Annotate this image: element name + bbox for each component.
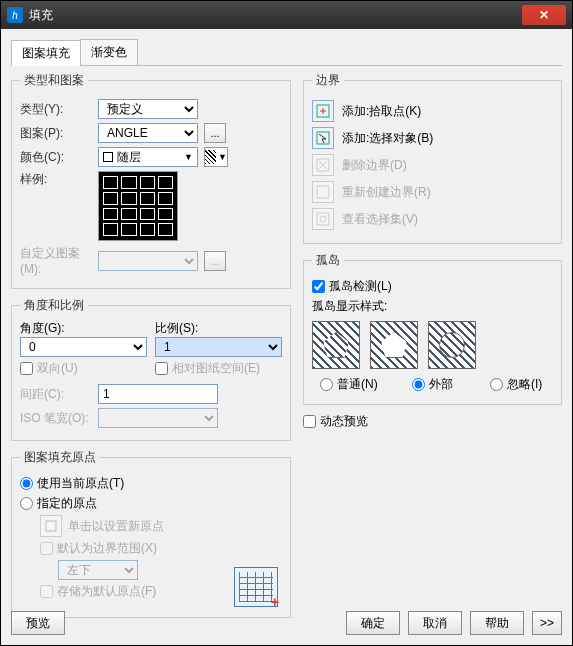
checkbox-relative-paper[interactable] [155, 362, 168, 375]
chevron-down-icon: ▼ [184, 152, 193, 162]
select-object-icon[interactable] [312, 127, 334, 149]
island-style-outer[interactable] [370, 321, 418, 369]
titlebar[interactable]: h 填充 ✕ [1, 1, 572, 29]
recreate-boundary-icon [312, 181, 334, 203]
chevron-down-icon: ▼ [218, 152, 227, 162]
app-icon: h [7, 7, 23, 23]
label-color: 颜色(C): [20, 149, 92, 166]
label-view-selection: 查看选择集(V) [342, 211, 418, 228]
cancel-button[interactable]: 取消 [408, 611, 462, 635]
svg-rect-4 [317, 132, 329, 144]
label-spacing: 间距(C): [20, 386, 92, 403]
radio-island-normal[interactable] [320, 378, 333, 391]
footer: 预览 确定 取消 帮助 >> [11, 611, 562, 635]
checkbox-island-detect[interactable] [312, 280, 325, 293]
label-island-style: 孤岛显示样式: [312, 298, 553, 315]
select-pattern[interactable]: ANGLE [98, 123, 198, 143]
group-type-pattern: 类型和图案 类型(Y): 预定义 图案(P): ANGLE ... 颜色(C): [11, 72, 291, 289]
select-type[interactable]: 预定义 [98, 99, 198, 119]
ok-button[interactable]: 确定 [346, 611, 400, 635]
group-angle-scale: 角度和比例 角度(G): 0 比例(S): 1 双向(U) 相对图纸空 [11, 297, 291, 441]
radio-specified-origin[interactable] [20, 497, 33, 510]
label-add-select-object[interactable]: 添加:选择对象(B) [342, 130, 433, 147]
label-store-default: 存储为默认原点(F) [57, 583, 156, 600]
hatch-icon [205, 150, 216, 164]
label-add-pick-point[interactable]: 添加:拾取点(K) [342, 103, 421, 120]
legend-islands: 孤岛 [312, 252, 344, 269]
legend-type-pattern: 类型和图案 [20, 72, 88, 89]
legend-angle-scale: 角度和比例 [20, 297, 88, 314]
select-scale[interactable]: 1 [155, 337, 282, 357]
label-pattern: 图案(P): [20, 125, 92, 142]
window-title: 填充 [29, 7, 522, 24]
client-area: 图案填充 渐变色 类型和图案 类型(Y): 预定义 图案(P): ANGLE .… [1, 29, 572, 645]
group-islands: 孤岛 孤岛检测(L) 孤岛显示样式: 普通(N) 外部 忽略(I) [303, 252, 562, 405]
preview-button[interactable]: 预览 [11, 611, 65, 635]
svg-rect-8 [317, 186, 329, 198]
checkbox-default-extents [40, 542, 53, 555]
svg-point-10 [320, 216, 326, 222]
checkbox-store-default [40, 585, 53, 598]
svg-rect-9 [317, 213, 329, 225]
checkbox-bidirectional[interactable] [20, 362, 33, 375]
radio-island-ignore[interactable] [490, 378, 503, 391]
close-button[interactable]: ✕ [522, 5, 566, 25]
legend-origin: 图案填充原点 [20, 449, 100, 466]
legend-boundary: 边界 [312, 72, 344, 89]
select-angle[interactable]: 0 [20, 337, 147, 357]
island-style-normal[interactable] [312, 321, 360, 369]
label-use-current-origin: 使用当前原点(T) [37, 475, 124, 492]
label-relative-paper: 相对图纸空间(E) [172, 360, 260, 377]
custom-pattern-browse-button: ... [204, 251, 226, 271]
expand-button[interactable]: >> [532, 611, 562, 635]
pick-point-icon[interactable] [312, 100, 334, 122]
label-dynamic-preview: 动态预览 [320, 413, 368, 430]
label-default-extents: 默认为边界范围(X) [57, 540, 157, 557]
color-swatch-icon [103, 152, 113, 162]
swatch-preview[interactable] [98, 171, 178, 241]
view-selection-icon [312, 208, 334, 230]
label-type: 类型(Y): [20, 101, 92, 118]
label-specified-origin: 指定的原点 [37, 495, 97, 512]
group-boundary: 边界 添加:拾取点(K) 添加:选择对象(B) 删除边界(D) [303, 72, 562, 244]
label-click-set-origin: 单击以设置新原点 [68, 518, 164, 535]
label-island-normal: 普通(N) [337, 376, 378, 393]
label-scale: 比例(S): [155, 320, 282, 337]
select-color[interactable]: 随层 ▼ [98, 147, 198, 167]
group-origin: 图案填充原点 使用当前原点(T) 指定的原点 单击以设置新原点 默认为边界范围(… [11, 449, 291, 618]
tab-pattern-fill[interactable]: 图案填充 [11, 40, 81, 66]
label-swatch: 样例: [20, 171, 92, 188]
select-custom-pattern [98, 251, 198, 271]
tab-strip: 图案填充 渐变色 [11, 39, 562, 66]
dialog-window: h 填充 ✕ 图案填充 渐变色 类型和图案 类型(Y): 预定义 图案(P): [0, 0, 573, 646]
label-island-outer: 外部 [429, 376, 453, 393]
input-spacing[interactable] [98, 384, 218, 404]
radio-use-current-origin[interactable] [20, 477, 33, 490]
pattern-browse-button[interactable]: ... [204, 123, 226, 143]
svg-rect-0 [46, 521, 56, 531]
background-color-button[interactable]: ▼ [204, 147, 228, 167]
select-origin-position: 左下 [58, 560, 138, 580]
origin-preview-icon [234, 567, 278, 607]
label-custom-pattern: 自定义图案(M): [20, 245, 92, 276]
label-iso-pen: ISO 笔宽(O): [20, 410, 92, 427]
select-iso-pen [98, 408, 218, 428]
label-remove-boundary: 删除边界(D) [342, 157, 407, 174]
checkbox-dynamic-preview[interactable] [303, 415, 316, 428]
label-island-ignore: 忽略(I) [507, 376, 542, 393]
tab-gradient[interactable]: 渐变色 [80, 39, 138, 65]
label-island-detect: 孤岛检测(L) [329, 278, 392, 295]
set-origin-icon [40, 515, 62, 537]
help-button[interactable]: 帮助 [470, 611, 524, 635]
remove-boundary-icon [312, 154, 334, 176]
island-style-ignore[interactable] [428, 321, 476, 369]
label-recreate-boundary: 重新创建边界(R) [342, 184, 431, 201]
label-angle: 角度(G): [20, 320, 147, 337]
radio-island-outer[interactable] [412, 378, 425, 391]
color-value: 随层 [117, 149, 141, 166]
label-bidirectional: 双向(U) [37, 360, 78, 377]
